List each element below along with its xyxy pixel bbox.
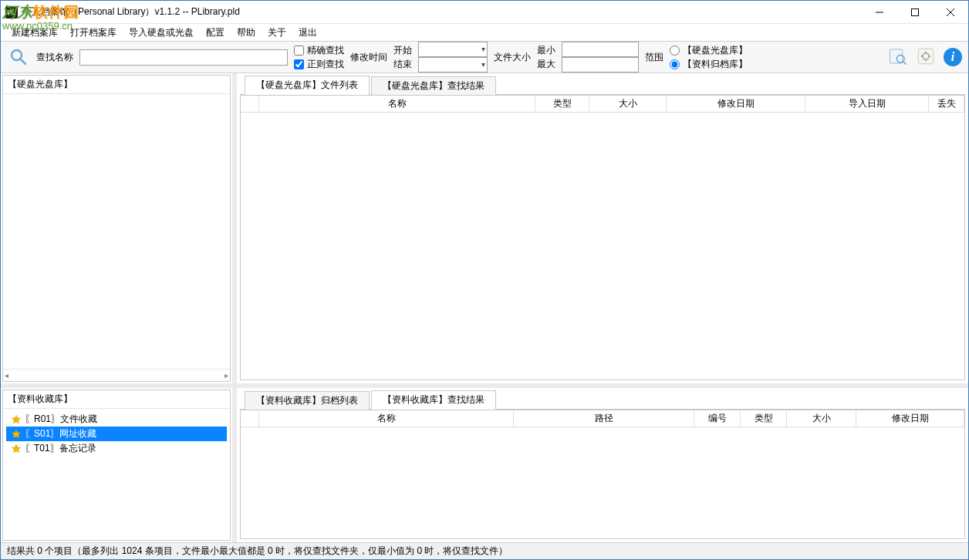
settings-note-icon[interactable] — [916, 46, 936, 69]
col2-code[interactable]: 编号 — [694, 410, 741, 427]
search-toolbar: 查找名称 精确查找 正则查找 修改时间 开始 结束 ▾ ▾ 文件大小 最小 最大 — [1, 41, 968, 73]
size-max-input[interactable] — [562, 57, 639, 73]
archive-tabstrip: 【资料收藏库】归档列表 【资料收藏库】查找结果 — [240, 391, 965, 410]
scope-radio-archive-wrap[interactable]: 【资料归档库】 — [670, 57, 748, 71]
menu-exit[interactable]: 退出 — [292, 24, 323, 42]
col-import-date[interactable]: 导入日期 — [805, 96, 929, 112]
end-label: 结束 — [393, 57, 412, 71]
close-button[interactable] — [933, 1, 968, 23]
filesize-inputs — [562, 42, 639, 73]
maximize-button[interactable] — [897, 1, 933, 23]
scope-radio-archive[interactable] — [670, 59, 680, 69]
collection-item[interactable]: 〖R01〗文件收藏 — [6, 412, 227, 427]
main-area: 【硬盘光盘库】 ◂▸ 【硬盘光盘库】文件列表 【硬盘光盘库】查找结果 名称 类型… — [1, 73, 968, 542]
menu-new-library[interactable]: 新建档案库 — [5, 24, 64, 42]
end-date-combo[interactable]: ▾ — [418, 57, 488, 73]
chevron-down-icon: ▾ — [481, 58, 485, 72]
size-min-input[interactable] — [562, 42, 639, 57]
tab-file-list[interactable]: 【硬盘光盘库】文件列表 — [245, 76, 370, 95]
menu-about[interactable]: 关于 — [262, 24, 292, 42]
min-label: 最小 — [537, 43, 555, 57]
menu-import-disk[interactable]: 导入硬盘或光盘 — [123, 24, 200, 42]
scope-radio-disk[interactable] — [670, 46, 680, 56]
start-date-combo[interactable]: ▾ — [418, 42, 488, 57]
regex-checkbox-label: 正则查找 — [307, 58, 344, 71]
modtime-label: 修改时间 — [350, 51, 387, 64]
filesize-sublabels: 最小 最大 — [537, 43, 555, 71]
start-label: 开始 — [393, 43, 412, 57]
archive-header: 名称 路径 编号 类型 大小 修改日期 — [241, 410, 964, 427]
col-lost[interactable]: 丢失 — [929, 96, 964, 112]
status-text: 结果共 0 个项目（最多列出 1024 条项目，文件最小最大值都是 0 时，将仅… — [7, 545, 508, 558]
regex-checkbox[interactable] — [294, 59, 304, 69]
collection-tree[interactable]: 〖R01〗文件收藏〖S01〗网址收藏〖T01〗备忘记录 — [3, 409, 230, 540]
menubar: 新建档案库 打开档案库 导入硬盘或光盘 配置 帮助 关于 退出 — [1, 24, 968, 41]
collection-item-label: 〖R01〗文件收藏 — [25, 413, 97, 426]
modtime-sublabels: 开始 结束 — [393, 43, 412, 71]
collection-item-label: 〖T01〗备忘记录 — [25, 442, 96, 455]
minimize-button[interactable] — [862, 1, 897, 23]
col2-icon[interactable] — [241, 410, 259, 427]
collection-panel-title: 【资料收藏库】 — [3, 390, 230, 409]
app-window: 河东软件园 www.pc0359.cn PL 个人档案馆（Personal Li… — [0, 0, 969, 560]
disk-library-tree[interactable] — [3, 94, 230, 369]
col-name[interactable]: 名称 — [259, 96, 535, 112]
file-list-body[interactable] — [241, 113, 964, 380]
star-icon — [11, 414, 22, 425]
file-list-tabstrip: 【硬盘光盘库】文件列表 【硬盘光盘库】查找结果 — [240, 76, 965, 95]
file-list-header: 名称 类型 大小 修改日期 导入日期 丢失 — [241, 96, 964, 113]
status-bar: 结果共 0 个项目（最多列出 1024 条项目，文件最小最大值都是 0 时，将仅… — [1, 542, 968, 559]
collection-item[interactable]: 〖S01〗网址收藏 — [6, 427, 227, 441]
tab-search-results[interactable]: 【硬盘光盘库】查找结果 — [371, 76, 496, 95]
find-icon[interactable] — [888, 46, 908, 69]
svg-rect-4 — [918, 49, 934, 64]
col2-path[interactable]: 路径 — [514, 410, 694, 427]
exact-checkbox-wrap[interactable]: 精确查找 — [294, 44, 344, 57]
col2-name[interactable]: 名称 — [259, 410, 514, 427]
menu-open-library[interactable]: 打开档案库 — [64, 24, 123, 42]
collection-item-label: 〖S01〗网址收藏 — [25, 427, 96, 440]
archive-list-panel: 【资料收藏库】归档列表 【资料收藏库】查找结果 名称 路径 编号 类型 大小 修… — [237, 388, 968, 542]
search-name-input[interactable] — [79, 49, 288, 66]
archive-table: 名称 路径 编号 类型 大小 修改日期 — [240, 410, 965, 539]
file-list-table: 名称 类型 大小 修改日期 导入日期 丢失 — [240, 95, 965, 380]
app-icon: PL — [5, 6, 18, 19]
col2-size[interactable]: 大小 — [787, 410, 856, 427]
scope-radio-disk-wrap[interactable]: 【硬盘光盘库】 — [670, 43, 748, 57]
col2-modify-date[interactable]: 修改日期 — [856, 410, 964, 427]
scope-label: 范围 — [645, 51, 663, 64]
menu-help[interactable]: 帮助 — [231, 24, 262, 42]
col-icon[interactable] — [241, 96, 259, 112]
scope-radio-group: 【硬盘光盘库】 【资料归档库】 — [670, 43, 748, 71]
disk-library-panel: 【硬盘光盘库】 ◂▸ — [2, 75, 231, 382]
exact-checkbox-label: 精确查找 — [307, 44, 344, 57]
col-type[interactable]: 类型 — [535, 96, 589, 112]
scope-radio-disk-label: 【硬盘光盘库】 — [683, 43, 748, 57]
col-size[interactable]: 大小 — [589, 96, 667, 112]
window-title: 个人档案馆（Personal Library）v1.1.2 -- PLibrar… — [22, 5, 862, 19]
col-modify-date[interactable]: 修改日期 — [667, 96, 805, 112]
modtime-combos: ▾ ▾ — [418, 42, 488, 73]
col2-type[interactable]: 类型 — [741, 410, 787, 427]
disk-library-scrollbar-h[interactable]: ◂▸ — [3, 369, 230, 381]
file-list-panel: 【硬盘光盘库】文件列表 【硬盘光盘库】查找结果 名称 类型 大小 修改日期 导入… — [237, 73, 968, 383]
svg-rect-0 — [912, 8, 919, 15]
archive-body[interactable] — [241, 427, 964, 538]
filesize-label: 文件大小 — [494, 51, 531, 64]
star-icon — [11, 444, 22, 454]
chevron-down-icon: ▾ — [481, 42, 485, 56]
collection-panel: 【资料收藏库】 〖R01〗文件收藏〖S01〗网址收藏〖T01〗备忘记录 — [2, 390, 231, 541]
search-name-label: 查找名称 — [36, 51, 73, 64]
regex-checkbox-wrap[interactable]: 正则查找 — [294, 58, 344, 71]
exact-checkbox[interactable] — [294, 46, 304, 56]
tab-archive-results[interactable]: 【资料收藏库】查找结果 — [371, 390, 496, 410]
star-icon — [11, 429, 22, 440]
info-icon[interactable]: i — [944, 48, 962, 66]
scope-radio-archive-label: 【资料归档库】 — [683, 57, 748, 71]
match-mode-group: 精确查找 正则查找 — [294, 44, 344, 71]
search-icon[interactable] — [7, 46, 30, 69]
max-label: 最大 — [537, 57, 555, 71]
collection-item[interactable]: 〖T01〗备忘记录 — [6, 441, 227, 456]
menu-config[interactable]: 配置 — [200, 24, 231, 42]
tab-archive-list[interactable]: 【资料收藏库】归档列表 — [245, 391, 370, 410]
